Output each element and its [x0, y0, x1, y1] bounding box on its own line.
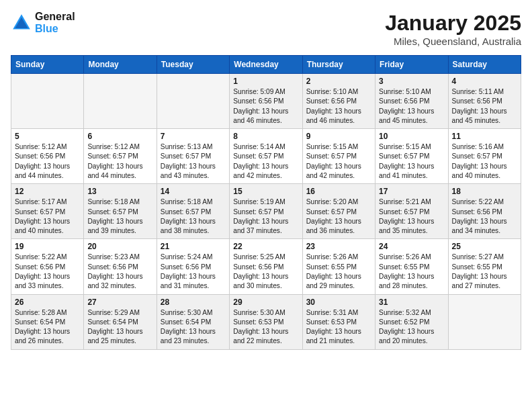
calendar-cell: 27Sunrise: 5:29 AM Sunset: 6:54 PM Dayli… [84, 294, 157, 349]
calendar-cell: 29Sunrise: 5:30 AM Sunset: 6:53 PM Dayli… [230, 294, 302, 349]
day-info: Sunrise: 5:26 AM Sunset: 6:55 PM Dayligh… [306, 253, 371, 291]
calendar-cell: 17Sunrise: 5:21 AM Sunset: 6:57 PM Dayli… [375, 184, 448, 239]
day-number: 27 [87, 298, 152, 307]
calendar-cell: 3Sunrise: 5:10 AM Sunset: 6:56 PM Daylig… [375, 74, 448, 129]
day-number: 19 [15, 242, 80, 251]
day-info: Sunrise: 5:21 AM Sunset: 6:57 PM Dayligh… [379, 197, 444, 236]
day-number: 30 [306, 298, 371, 307]
day-info: Sunrise: 5:15 AM Sunset: 6:57 PM Dayligh… [306, 142, 371, 181]
day-header-wednesday: Wednesday [230, 56, 302, 74]
day-number: 2 [306, 77, 371, 86]
day-info: Sunrise: 5:16 AM Sunset: 6:57 PM Dayligh… [452, 142, 517, 181]
calendar-cell: 4Sunrise: 5:11 AM Sunset: 6:56 PM Daylig… [448, 74, 521, 129]
day-info: Sunrise: 5:14 AM Sunset: 6:57 PM Dayligh… [233, 142, 298, 181]
calendar-cell: 8Sunrise: 5:14 AM Sunset: 6:57 PM Daylig… [230, 129, 302, 184]
day-info: Sunrise: 5:22 AM Sunset: 6:56 PM Dayligh… [15, 253, 80, 291]
day-info: Sunrise: 5:24 AM Sunset: 6:56 PM Dayligh… [161, 253, 226, 291]
calendar-cell: 19Sunrise: 5:22 AM Sunset: 6:56 PM Dayli… [11, 239, 84, 294]
calendar-table: SundayMondayTuesdayWednesdayThursdayFrid… [11, 55, 521, 350]
calendar-cell: 14Sunrise: 5:18 AM Sunset: 6:57 PM Dayli… [157, 184, 229, 239]
day-header-sunday: Sunday [11, 56, 84, 74]
day-info: Sunrise: 5:12 AM Sunset: 6:57 PM Dayligh… [87, 142, 152, 181]
calendar-week-row: 1Sunrise: 5:09 AM Sunset: 6:56 PM Daylig… [11, 74, 521, 129]
day-info: Sunrise: 5:29 AM Sunset: 6:54 PM Dayligh… [87, 308, 152, 347]
day-number: 25 [452, 242, 517, 251]
day-number: 1 [233, 77, 298, 86]
day-number: 16 [306, 187, 371, 196]
day-number: 4 [452, 77, 517, 86]
day-info: Sunrise: 5:30 AM Sunset: 6:53 PM Dayligh… [233, 308, 298, 347]
day-info: Sunrise: 5:23 AM Sunset: 6:56 PM Dayligh… [87, 253, 152, 291]
day-number: 22 [233, 242, 298, 251]
logo-icon [11, 12, 32, 34]
day-number: 21 [161, 242, 226, 251]
page-header: General Blue January 2025 Miles, Queensl… [11, 11, 521, 47]
calendar-header-row: SundayMondayTuesdayWednesdayThursdayFrid… [11, 56, 521, 74]
day-number: 24 [379, 242, 444, 251]
calendar-week-row: 19Sunrise: 5:22 AM Sunset: 6:56 PM Dayli… [11, 239, 521, 294]
day-header-monday: Monday [84, 56, 157, 74]
calendar-cell: 22Sunrise: 5:25 AM Sunset: 6:56 PM Dayli… [230, 239, 302, 294]
day-number: 9 [306, 132, 371, 141]
day-info: Sunrise: 5:22 AM Sunset: 6:56 PM Dayligh… [452, 197, 517, 236]
day-info: Sunrise: 5:10 AM Sunset: 6:56 PM Dayligh… [379, 87, 444, 126]
day-number: 31 [379, 298, 444, 307]
calendar-week-row: 5Sunrise: 5:12 AM Sunset: 6:56 PM Daylig… [11, 129, 521, 184]
day-number: 29 [233, 298, 298, 307]
day-number: 23 [306, 242, 371, 251]
logo-text: General Blue [35, 11, 75, 35]
calendar-cell [11, 74, 84, 129]
day-header-saturday: Saturday [448, 56, 521, 74]
calendar-cell: 15Sunrise: 5:19 AM Sunset: 6:57 PM Dayli… [230, 184, 302, 239]
location: Miles, Queensland, Australia [385, 36, 521, 47]
day-number: 18 [452, 187, 517, 196]
calendar-cell: 24Sunrise: 5:26 AM Sunset: 6:55 PM Dayli… [375, 239, 448, 294]
calendar-week-row: 26Sunrise: 5:28 AM Sunset: 6:54 PM Dayli… [11, 294, 521, 349]
calendar-cell: 5Sunrise: 5:12 AM Sunset: 6:56 PM Daylig… [11, 129, 84, 184]
title-block: January 2025 Miles, Queensland, Australi… [385, 11, 521, 47]
day-number: 7 [161, 132, 226, 141]
day-info: Sunrise: 5:09 AM Sunset: 6:56 PM Dayligh… [233, 87, 298, 126]
calendar-cell: 26Sunrise: 5:28 AM Sunset: 6:54 PM Dayli… [11, 294, 84, 349]
day-header-friday: Friday [375, 56, 448, 74]
day-info: Sunrise: 5:19 AM Sunset: 6:57 PM Dayligh… [233, 197, 298, 236]
day-number: 28 [161, 298, 226, 307]
day-number: 20 [87, 242, 152, 251]
logo: General Blue [11, 11, 75, 35]
calendar-cell: 2Sunrise: 5:10 AM Sunset: 6:56 PM Daylig… [302, 74, 375, 129]
day-info: Sunrise: 5:32 AM Sunset: 6:52 PM Dayligh… [379, 308, 444, 347]
calendar-cell [448, 294, 521, 349]
day-number: 14 [161, 187, 226, 196]
day-info: Sunrise: 5:17 AM Sunset: 6:57 PM Dayligh… [15, 197, 80, 236]
calendar-cell: 20Sunrise: 5:23 AM Sunset: 6:56 PM Dayli… [84, 239, 157, 294]
calendar-cell: 30Sunrise: 5:31 AM Sunset: 6:53 PM Dayli… [302, 294, 375, 349]
calendar-cell: 7Sunrise: 5:13 AM Sunset: 6:57 PM Daylig… [157, 129, 229, 184]
day-info: Sunrise: 5:18 AM Sunset: 6:57 PM Dayligh… [161, 197, 226, 236]
day-info: Sunrise: 5:31 AM Sunset: 6:53 PM Dayligh… [306, 308, 371, 347]
calendar-cell: 28Sunrise: 5:30 AM Sunset: 6:54 PM Dayli… [157, 294, 229, 349]
day-info: Sunrise: 5:15 AM Sunset: 6:57 PM Dayligh… [379, 142, 444, 181]
calendar-cell: 13Sunrise: 5:18 AM Sunset: 6:57 PM Dayli… [84, 184, 157, 239]
calendar-cell: 25Sunrise: 5:27 AM Sunset: 6:55 PM Dayli… [448, 239, 521, 294]
day-number: 15 [233, 187, 298, 196]
day-number: 8 [233, 132, 298, 141]
day-number: 6 [87, 132, 152, 141]
month-title: January 2025 [385, 11, 521, 36]
calendar-cell: 10Sunrise: 5:15 AM Sunset: 6:57 PM Dayli… [375, 129, 448, 184]
day-number: 5 [15, 132, 80, 141]
day-number: 11 [452, 132, 517, 141]
calendar-cell: 31Sunrise: 5:32 AM Sunset: 6:52 PM Dayli… [375, 294, 448, 349]
day-number: 12 [15, 187, 80, 196]
day-number: 26 [15, 298, 80, 307]
day-info: Sunrise: 5:12 AM Sunset: 6:56 PM Dayligh… [15, 142, 80, 181]
calendar-cell [157, 74, 229, 129]
day-header-thursday: Thursday [302, 56, 375, 74]
day-info: Sunrise: 5:27 AM Sunset: 6:55 PM Dayligh… [452, 253, 517, 291]
day-number: 13 [87, 187, 152, 196]
calendar-cell: 12Sunrise: 5:17 AM Sunset: 6:57 PM Dayli… [11, 184, 84, 239]
calendar-cell: 9Sunrise: 5:15 AM Sunset: 6:57 PM Daylig… [302, 129, 375, 184]
calendar-cell: 1Sunrise: 5:09 AM Sunset: 6:56 PM Daylig… [230, 74, 302, 129]
day-header-tuesday: Tuesday [157, 56, 229, 74]
day-info: Sunrise: 5:20 AM Sunset: 6:57 PM Dayligh… [306, 197, 371, 236]
day-number: 17 [379, 187, 444, 196]
